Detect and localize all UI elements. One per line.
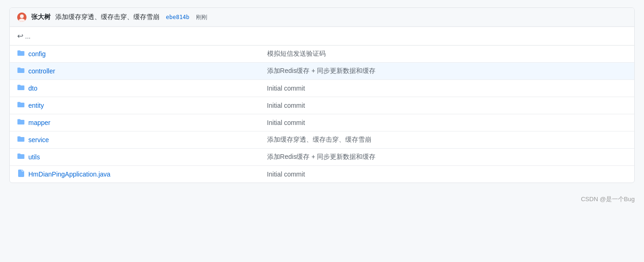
- back-link[interactable]: ↩ ...: [17, 32, 31, 40]
- folder-icon: [17, 152, 25, 162]
- table-row: HmDianPingApplication.javaInitial commit: [10, 166, 634, 183]
- table-row: mapperInitial commit: [10, 114, 634, 131]
- file-commit-msg: 模拟短信发送验证码: [260, 46, 634, 63]
- file-name-link[interactable]: config: [17, 49, 46, 59]
- file-name-link[interactable]: utils: [17, 152, 40, 162]
- back-text: ...: [25, 33, 31, 40]
- file-name-link[interactable]: mapper: [17, 118, 50, 127]
- file-name-text: config: [28, 50, 46, 58]
- nav-row: ↩ ...: [10, 27, 634, 46]
- file-name-text: controller: [28, 67, 55, 75]
- folder-icon: [17, 135, 25, 144]
- file-name-cell: entity: [10, 97, 260, 114]
- table-row: service添加缓存穿透、缓存击穿、缓存雪崩: [10, 131, 634, 149]
- file-commit-msg: Initial commit: [260, 114, 634, 131]
- commit-author: 张大树: [31, 13, 51, 21]
- repo-browser: 张大树 添加缓存穿透、缓存击穿、缓存雪崩 ebe814b 刚刚 ↩ ... co…: [9, 7, 635, 183]
- avatar: [17, 13, 26, 22]
- file-commit-msg: 添加Redis缓存 + 同步更新数据和缓存: [260, 149, 634, 166]
- file-name-link[interactable]: HmDianPingApplication.java: [17, 170, 111, 178]
- file-name-text: mapper: [28, 119, 50, 126]
- file-name-text: entity: [28, 102, 44, 109]
- file-name-link[interactable]: dto: [17, 84, 37, 93]
- file-name-cell: config: [10, 46, 260, 63]
- file-name-cell: controller: [10, 63, 260, 80]
- svg-point-1: [20, 14, 24, 18]
- file-icon: [17, 170, 25, 178]
- file-name-text: service: [28, 136, 49, 144]
- folder-icon: [17, 118, 25, 127]
- file-name-text: dto: [28, 85, 37, 92]
- file-name-cell: utils: [10, 149, 260, 166]
- file-commit-msg: Initial commit: [260, 80, 634, 97]
- table-row: utils添加Redis缓存 + 同步更新数据和缓存: [10, 149, 634, 166]
- commit-bar: 张大树 添加缓存穿透、缓存击穿、缓存雪崩 ebe814b 刚刚: [10, 8, 634, 27]
- table-row: dtoInitial commit: [10, 80, 634, 97]
- file-commit-msg: Initial commit: [260, 97, 634, 114]
- commit-hash[interactable]: ebe814b: [166, 14, 190, 20]
- file-name-cell: HmDianPingApplication.java: [10, 166, 260, 183]
- folder-icon: [17, 66, 25, 76]
- commit-message: 添加缓存穿透、缓存击穿、缓存雪崩: [55, 13, 159, 21]
- file-commit-msg: Initial commit: [260, 166, 634, 183]
- table-row: entityInitial commit: [10, 97, 634, 114]
- file-name-link[interactable]: service: [17, 135, 49, 144]
- file-name-link[interactable]: entity: [17, 101, 44, 110]
- file-commit-msg: 添加缓存穿透、缓存击穿、缓存雪崩: [260, 131, 634, 149]
- file-table: config模拟短信发送验证码 controller添加Redis缓存 + 同步…: [10, 46, 634, 183]
- commit-time: 刚刚: [196, 13, 207, 21]
- file-name-link[interactable]: controller: [17, 66, 55, 76]
- file-commit-msg: 添加Redis缓存 + 同步更新数据和缓存: [260, 63, 634, 80]
- file-name-cell: service: [10, 131, 260, 149]
- file-name-cell: dto: [10, 80, 260, 97]
- file-name-text: HmDianPingApplication.java: [28, 170, 111, 178]
- table-row: config模拟短信发送验证码: [10, 46, 634, 63]
- folder-icon: [17, 84, 25, 93]
- folder-icon: [17, 49, 25, 59]
- file-name-cell: mapper: [10, 114, 260, 131]
- folder-icon: [17, 101, 25, 110]
- table-row: controller添加Redis缓存 + 同步更新数据和缓存: [10, 63, 634, 80]
- back-arrow-icon: ↩: [17, 32, 23, 40]
- watermark: CSDN @是一个Bug: [0, 190, 644, 208]
- file-name-text: utils: [28, 153, 40, 161]
